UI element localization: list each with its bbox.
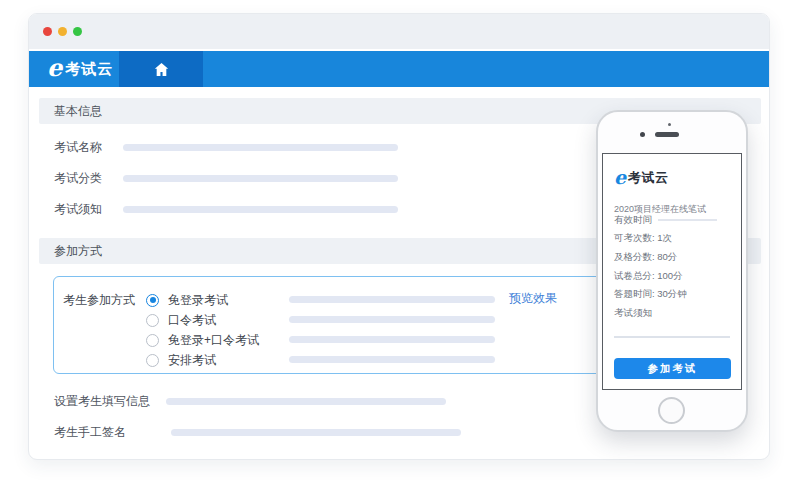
radio-label: 安排考试 bbox=[168, 352, 216, 369]
radio-option-free-login-password[interactable]: 免登录+口令考试 bbox=[146, 333, 259, 347]
info-row-attempts: 可考次数: 1次 bbox=[614, 230, 733, 249]
field-label-exam-category: 考试分类 bbox=[54, 171, 102, 185]
logo-e-icon: e bbox=[47, 56, 62, 80]
window-minimize-button[interactable] bbox=[58, 27, 67, 36]
phone-speaker bbox=[655, 132, 679, 137]
radio-option-password[interactable]: 口令考试 bbox=[146, 313, 216, 327]
phone-sensor-dot bbox=[668, 123, 671, 126]
option-placeholder-bar bbox=[289, 296, 495, 303]
info-row-pass-score: 及格分数: 80分 bbox=[614, 248, 733, 267]
exam-info-list: 有效时间 可考次数: 1次 及格分数: 80分 试卷总分: 100分 答题时间:… bbox=[614, 211, 733, 323]
info-text: 答题时间: 30分钟 bbox=[614, 288, 687, 301]
field-placeholder-exam-notice bbox=[123, 206, 398, 213]
window-close-button[interactable] bbox=[43, 27, 52, 36]
radio-label: 免登录+口令考试 bbox=[168, 332, 259, 349]
phone-camera-dot bbox=[640, 132, 645, 137]
info-text: 试卷总分: 100分 bbox=[614, 270, 683, 283]
participation-group-box: 考生参加方式 免登录考试 口令考试 免登录+口令考试 安排考试 预览效果 bbox=[53, 276, 609, 374]
option-placeholder-bar bbox=[289, 356, 495, 363]
radio-label: 口令考试 bbox=[168, 312, 216, 329]
section-title: 参加方式 bbox=[54, 244, 102, 258]
brand-logo: e 考试云 bbox=[47, 51, 113, 87]
field-label-exam-notice: 考试须知 bbox=[54, 202, 102, 216]
field-placeholder-exam-name bbox=[123, 144, 398, 151]
phone-mockup: e 考试云 2020项目经理在线笔试 有效时间 可考次数: 1次 及格分数: 8… bbox=[596, 110, 748, 432]
radio-button[interactable] bbox=[146, 314, 159, 327]
preview-effect-link[interactable]: 预览效果 bbox=[509, 290, 557, 307]
info-text: 有效时间 bbox=[614, 214, 652, 227]
field-placeholder-examinee-info bbox=[166, 398, 446, 405]
brand-name: 考试云 bbox=[65, 60, 113, 79]
radio-button-selected[interactable] bbox=[146, 294, 159, 307]
info-row-duration: 答题时间: 30分钟 bbox=[614, 285, 733, 304]
divider bbox=[614, 336, 730, 338]
info-text: 考试须知 bbox=[614, 307, 652, 320]
info-row-total-score: 试卷总分: 100分 bbox=[614, 267, 733, 286]
info-row-exam-notice: 考试须知 bbox=[614, 304, 733, 323]
brand-name: 考试云 bbox=[628, 169, 669, 187]
tab-home[interactable] bbox=[119, 51, 203, 87]
info-text: 及格分数: 80分 bbox=[614, 251, 677, 264]
radio-button[interactable] bbox=[146, 334, 159, 347]
radio-option-free-login[interactable]: 免登录考试 bbox=[146, 293, 228, 307]
option-placeholder-bar bbox=[289, 336, 495, 343]
section-title: 基本信息 bbox=[54, 104, 102, 118]
home-icon bbox=[153, 61, 170, 78]
phone-brand-logo: e 考试云 bbox=[614, 169, 669, 187]
phone-screen: e 考试云 2020项目经理在线笔试 有效时间 可考次数: 1次 及格分数: 8… bbox=[602, 153, 742, 390]
field-label-exam-name: 考试名称 bbox=[54, 140, 102, 154]
radio-option-arranged[interactable]: 安排考试 bbox=[146, 353, 216, 367]
field-label-examinee-info: 设置考生填写信息 bbox=[54, 394, 150, 408]
info-row-valid-time: 有效时间 bbox=[614, 211, 733, 230]
radio-button[interactable] bbox=[146, 354, 159, 367]
field-label-signature: 考生手工签名 bbox=[54, 425, 126, 439]
navbar: e 考试云 bbox=[29, 51, 769, 87]
field-placeholder-signature bbox=[171, 429, 461, 436]
browser-titlebar bbox=[29, 14, 769, 49]
window-maximize-button[interactable] bbox=[73, 27, 82, 36]
field-placeholder-exam-category bbox=[123, 175, 398, 182]
logo-e-icon: e bbox=[614, 168, 626, 187]
join-exam-button[interactable]: 参加考试 bbox=[614, 358, 731, 379]
page: e 考试云 基本信息 考试名称 考试分类 考试须知 参加方式 考生参加方式 bbox=[0, 0, 807, 495]
option-placeholder-bar bbox=[289, 316, 495, 323]
group-label: 考生参加方式 bbox=[63, 292, 135, 309]
phone-home-button[interactable] bbox=[658, 397, 685, 424]
inline-divider bbox=[658, 219, 717, 221]
info-text: 可考次数: 1次 bbox=[614, 232, 672, 245]
radio-label: 免登录考试 bbox=[168, 292, 228, 309]
